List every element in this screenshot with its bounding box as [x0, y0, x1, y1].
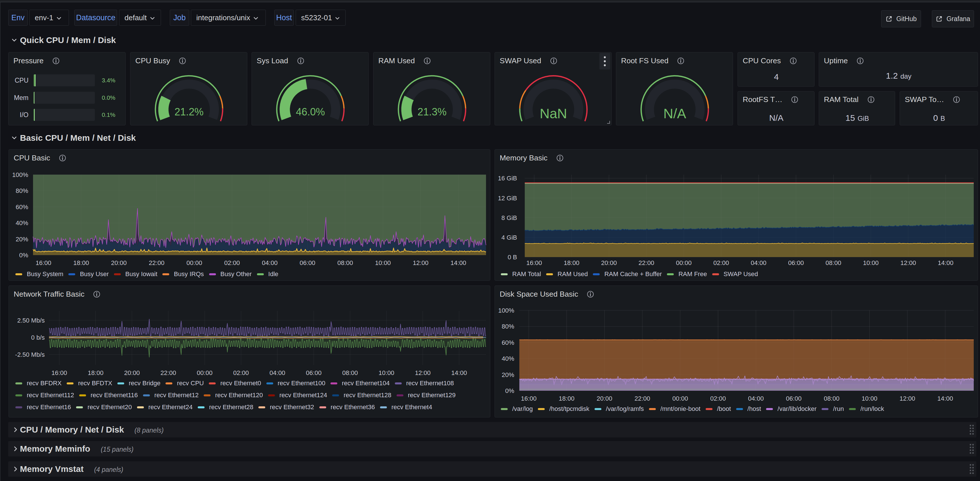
svg-text:06:00: 06:00 — [306, 369, 321, 376]
svg-text:60%: 60% — [16, 204, 28, 210]
svg-text:18:00: 18:00 — [73, 259, 89, 266]
svg-text:18:00: 18:00 — [564, 259, 579, 266]
svg-text:04:00: 04:00 — [748, 395, 764, 402]
svg-text:40%: 40% — [502, 355, 514, 362]
svg-text:40%: 40% — [16, 220, 28, 226]
svg-text:8 GiB: 8 GiB — [501, 214, 517, 221]
svg-text:12 GiB: 12 GiB — [498, 194, 517, 202]
svg-text:100%: 100% — [498, 307, 514, 314]
svg-text:14:00: 14:00 — [937, 395, 953, 402]
svg-text:00:00: 00:00 — [186, 259, 202, 266]
svg-text:12:00: 12:00 — [900, 259, 916, 266]
svg-text:06:00: 06:00 — [788, 259, 804, 266]
svg-text:14:00: 14:00 — [451, 369, 467, 376]
svg-text:00:00: 00:00 — [676, 259, 692, 266]
svg-text:80%: 80% — [16, 187, 28, 194]
svg-text:12:00: 12:00 — [413, 259, 428, 266]
svg-text:02:00: 02:00 — [710, 395, 726, 402]
svg-text:08:00: 08:00 — [826, 259, 841, 266]
svg-text:0%: 0% — [19, 252, 28, 259]
svg-text:12:00: 12:00 — [899, 395, 915, 402]
svg-text:16:00: 16:00 — [36, 259, 51, 266]
svg-text:22:00: 22:00 — [161, 369, 176, 376]
svg-text:20:00: 20:00 — [601, 259, 617, 266]
svg-text:10:00: 10:00 — [375, 259, 391, 266]
svg-text:0 b/s: 0 b/s — [31, 334, 45, 341]
svg-text:22:00: 22:00 — [638, 259, 654, 266]
svg-text:14:00: 14:00 — [450, 259, 466, 266]
svg-text:20%: 20% — [16, 236, 28, 243]
svg-text:16:00: 16:00 — [521, 395, 536, 402]
svg-text:02:00: 02:00 — [713, 259, 729, 266]
svg-text:4 GiB: 4 GiB — [501, 234, 517, 241]
svg-text:16 GiB: 16 GiB — [498, 175, 517, 182]
svg-text:00:00: 00:00 — [197, 369, 213, 376]
svg-text:NaN: NaN — [539, 106, 567, 121]
svg-text:04:00: 04:00 — [269, 369, 285, 376]
svg-text:21.3%: 21.3% — [417, 106, 446, 118]
svg-text:10:00: 10:00 — [862, 395, 877, 402]
svg-text:12:00: 12:00 — [415, 369, 430, 376]
svg-text:06:00: 06:00 — [786, 395, 802, 402]
svg-text:20:00: 20:00 — [111, 259, 127, 266]
svg-text:N/A: N/A — [663, 106, 686, 121]
svg-text:00:00: 00:00 — [672, 395, 688, 402]
svg-text:16:00: 16:00 — [51, 369, 67, 376]
svg-text:100%: 100% — [12, 171, 28, 178]
svg-text:04:00: 04:00 — [751, 259, 766, 266]
svg-text:10:00: 10:00 — [379, 369, 394, 376]
svg-text:08:00: 08:00 — [337, 259, 353, 266]
svg-text:0 B: 0 B — [508, 253, 517, 261]
svg-text:16:00: 16:00 — [526, 259, 542, 266]
svg-text:20:00: 20:00 — [124, 369, 140, 376]
svg-text:80%: 80% — [502, 323, 514, 330]
svg-text:08:00: 08:00 — [824, 395, 840, 402]
svg-text:22:00: 22:00 — [149, 259, 164, 266]
svg-text:02:00: 02:00 — [233, 369, 249, 376]
svg-text:18:00: 18:00 — [88, 369, 103, 376]
svg-text:06:00: 06:00 — [300, 259, 315, 266]
svg-text:21.2%: 21.2% — [174, 106, 204, 118]
svg-text:-2.50 Mb/s: -2.50 Mb/s — [15, 351, 45, 358]
svg-text:46.0%: 46.0% — [296, 106, 325, 118]
svg-text:60%: 60% — [502, 339, 514, 346]
svg-text:20%: 20% — [502, 371, 514, 378]
svg-text:10:00: 10:00 — [863, 259, 878, 266]
svg-text:20:00: 20:00 — [597, 395, 612, 402]
svg-text:02:00: 02:00 — [224, 259, 240, 266]
svg-text:22:00: 22:00 — [635, 395, 650, 402]
svg-text:14:00: 14:00 — [938, 259, 953, 266]
svg-text:04:00: 04:00 — [262, 259, 277, 266]
svg-text:0%: 0% — [505, 387, 514, 394]
svg-text:2.50 Mb/s: 2.50 Mb/s — [17, 317, 45, 324]
svg-text:18:00: 18:00 — [558, 395, 574, 402]
svg-text:08:00: 08:00 — [342, 369, 358, 376]
